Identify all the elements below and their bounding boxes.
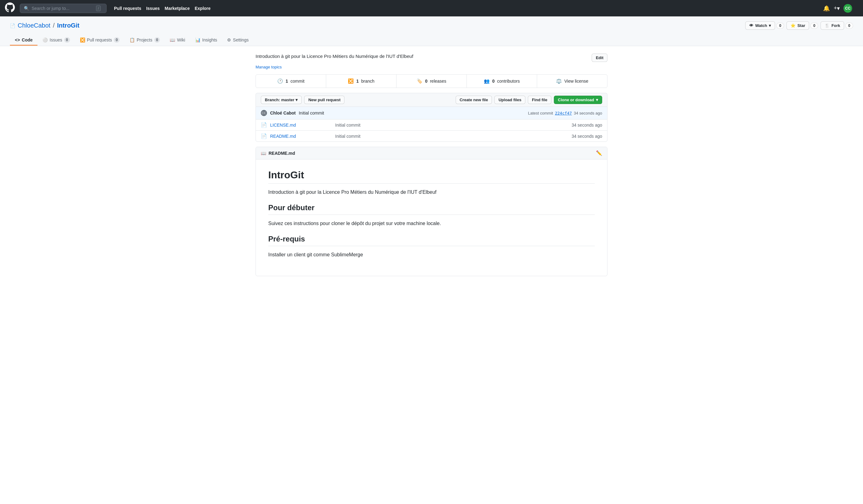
commit-hash-link[interactable]: 224cf47 [555,111,572,115]
projects-icon: 📋 [129,37,135,42]
repo-name-link[interactable]: IntroGit [57,22,79,29]
readme-paragraph-1: Introduction à git pour la Licence Pro M… [268,189,595,196]
tab-pull-requests[interactable]: 🔀 Pull requests 0 [75,35,125,46]
eye-icon: 👁 [749,23,753,28]
commit-message: Initial commit [299,111,324,115]
readme-book-icon: 📖 [261,151,266,156]
releases-count: 0 [425,79,427,83]
branch-selector[interactable]: Branch: master ▾ [261,96,302,104]
commit-label: commit [290,79,304,83]
license-label: View license [564,79,589,83]
license-icon: ⚖️ [556,78,562,84]
tab-code[interactable]: <> Code [10,35,37,46]
repo-owner-link[interactable]: ChloeCabot [18,22,50,29]
commit-age: 34 seconds ago [574,111,602,115]
branch-count: 1 [356,79,359,83]
commit-author-avatar: CC [261,110,267,116]
watch-button[interactable]: 👁 Watch ▾ [745,21,775,30]
releases-stat[interactable]: 🏷️ 0 releases [397,75,467,88]
notifications-button[interactable]: 🔔 [823,5,830,12]
search-icon: 🔍 [24,6,29,11]
file-name-link[interactable]: README.md [270,134,332,139]
search-kbd: / [96,5,101,11]
search-box[interactable]: 🔍 / [20,4,107,13]
file-toolbar: Branch: master ▾ New pull request Create… [255,93,608,106]
star-group: ⭐ Star 0 [787,21,818,30]
manage-topics-link[interactable]: Manage topics [255,65,282,69]
commit-author-name: Chloé Cabot [270,111,296,115]
license-stat[interactable]: ⚖️ View license [537,75,607,88]
tab-projects[interactable]: 📋 Projects 0 [125,35,165,46]
watch-count: 0 [776,23,784,29]
releases-icon: 🏷️ [417,78,423,84]
repo-tabs: <> Code ⚪ Issues 0 🔀 Pull requests 0 📋 P… [10,35,853,46]
edit-description-button[interactable]: Edit [592,54,608,62]
readme-heading-3: Pré-requis [268,235,595,246]
star-button[interactable]: ⭐ Star [787,21,809,30]
tab-insights[interactable]: 📊 Insights [190,35,222,46]
readme-paragraph-2: Suivez ces instructions pour cloner le d… [268,220,595,227]
branch-icon: 🔀 [348,78,354,84]
stats-bar: 🕐 1 commit 🔀 1 branch 🏷️ 0 releases 👥 0 … [255,74,608,88]
readme-filename: README.md [268,151,295,156]
clone-caret-icon: ▾ [596,98,598,102]
releases-label: releases [430,79,446,83]
commit-meta: Latest commit 224cf47 34 seconds ago [528,111,602,115]
issues-badge: 0 [64,37,70,43]
readme-edit-icon[interactable]: ✏️ [596,150,602,156]
file-table: CC Chloé Cabot Initial commit Latest com… [255,106,608,142]
commits-stat[interactable]: 🕐 1 commit [256,75,326,88]
repo-type-icon: 📄 [10,23,15,28]
tab-issues[interactable]: ⚪ Issues 0 [37,35,75,46]
upload-files-button[interactable]: Upload files [495,96,525,104]
github-logo-icon[interactable] [5,2,15,14]
readme-heading-2: Pour débuter [268,203,595,215]
commit-icon: 🕐 [277,78,283,84]
nav-explore[interactable]: Explore [195,6,210,11]
commit-count: 1 [286,79,288,83]
wiki-icon: 📖 [170,37,175,42]
branches-stat[interactable]: 🔀 1 branch [326,75,397,88]
find-file-button[interactable]: Find file [528,96,551,104]
repo-actions: 👁 Watch ▾ 0 ⭐ Star 0 🍴 Fork 0 [745,21,853,30]
pr-badge: 0 [114,37,120,43]
new-item-button[interactable]: +▾ [834,5,840,12]
repo-header: 📄 ChloeCabot / IntroGit 👁 Watch ▾ 0 ⭐ St… [0,16,863,46]
nav-issues[interactable]: Issues [146,6,160,11]
search-input[interactable] [32,6,93,11]
file-name-link[interactable]: LICENSE.md [270,122,332,128]
fork-count: 0 [845,23,853,29]
clone-or-download-button[interactable]: Clone or download ▾ [554,96,602,104]
contributors-label: contributors [497,79,520,83]
contributors-count: 0 [492,79,495,83]
create-new-file-button[interactable]: Create new file [456,96,492,104]
tab-wiki[interactable]: 📖 Wiki [165,35,190,46]
branch-caret-icon: ▾ [296,98,298,102]
file-icon: 📄 [261,122,267,128]
file-age: 34 seconds ago [565,122,602,128]
star-icon: ⭐ [790,23,796,28]
fork-button[interactable]: 🍴 Fork [821,21,844,30]
new-pull-request-button[interactable]: New pull request [304,96,345,104]
star-count: 0 [810,23,818,29]
main-content: Introduction à git pour la Licence Pro M… [246,46,617,284]
file-age: 34 seconds ago [565,134,602,139]
file-commit-message: Initial commit [335,134,562,139]
readme-title: 📖 README.md [261,151,295,156]
avatar[interactable]: CC [843,4,852,13]
contributors-stat[interactable]: 👥 0 contributors [467,75,537,88]
nav-pull-requests[interactable]: Pull requests [114,6,141,11]
table-row: 📄 README.md Initial commit 34 seconds ag… [256,131,607,141]
file-commit-message: Initial commit [335,122,562,128]
clone-label: Clone or download [558,98,594,102]
branch-label: branch [361,79,375,83]
fork-group: 🍴 Fork 0 [821,21,853,30]
readme-header: 📖 README.md ✏️ [256,147,607,159]
insights-icon: 📊 [195,37,200,42]
nav-marketplace[interactable]: Marketplace [165,6,190,11]
tab-settings[interactable]: ⚙ Settings [222,35,254,46]
bell-icon: 🔔 [823,5,830,12]
plus-icon: + [834,5,837,11]
main-nav: Pull requests Issues Marketplace Explore [114,6,211,11]
avatar-caret: ▾ [856,6,858,11]
